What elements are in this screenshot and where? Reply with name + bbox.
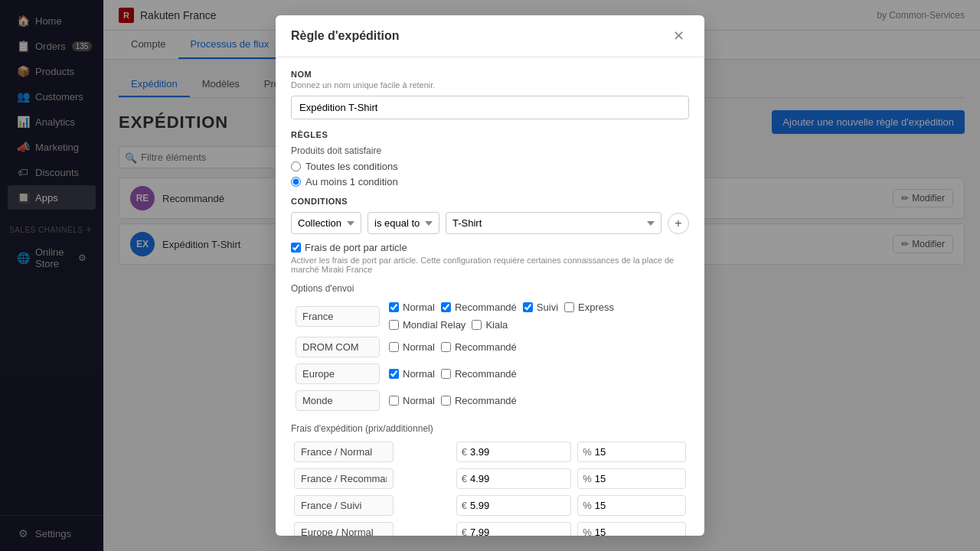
- conditions-row: Collection is equal to T-Shirt +: [291, 212, 689, 234]
- frais-pct-input[interactable]: [595, 469, 641, 488]
- zone-option-recommandé[interactable]: Recommandé: [441, 302, 517, 313]
- zone-checkboxes: Normal Recommandé Suivi Express Mondial …: [389, 302, 684, 331]
- frais-par-article-checkbox-row[interactable]: Frais de port par article: [291, 242, 689, 253]
- frais-euro-input[interactable]: [470, 442, 524, 461]
- zone-option-mondial-relay[interactable]: Mondial Relay: [389, 319, 466, 331]
- zone-option-normal[interactable]: Normal: [389, 395, 435, 406]
- frais-zone-input[interactable]: [294, 468, 394, 489]
- frais-table: € % € % €: [291, 439, 689, 536]
- modal-close-button[interactable]: ✕: [668, 28, 689, 44]
- frais-euro-input[interactable]: [470, 523, 524, 536]
- zone-option-normal[interactable]: Normal: [389, 341, 435, 353]
- frais-euro-wrap: €: [456, 468, 571, 489]
- nom-input[interactable]: [291, 96, 689, 119]
- zone-option-label: Recommandé: [455, 302, 517, 313]
- frais-par-article-label: Frais de port par article: [305, 242, 407, 253]
- modal-body: NOM Donnez un nom unique facile à reteni…: [276, 57, 704, 536]
- zone-checkboxes: Normal Recommandé: [389, 341, 684, 353]
- zone-option-label: Mondial Relay: [403, 319, 466, 331]
- frais-par-article-checkbox[interactable]: [291, 243, 301, 253]
- euro-symbol: €: [462, 446, 467, 458]
- frais-pct-wrap: %: [577, 442, 686, 462]
- zone-option-recommandé[interactable]: Recommandé: [441, 395, 517, 406]
- modal-header: Règle d'expédition ✕: [276, 15, 704, 57]
- frais-par-article-section: Frais de port par article Activer les fr…: [291, 242, 689, 274]
- zone-option-recommandé[interactable]: Recommandé: [441, 341, 517, 353]
- frais-label: Frais d'expédition (prix/additionnel): [291, 423, 689, 434]
- zone-option-normal[interactable]: Normal: [389, 302, 435, 313]
- zone-option-label: Suivi: [537, 302, 558, 313]
- frais-par-article-hint: Activer les frais de port par article. C…: [291, 256, 689, 274]
- zone-option-label: Express: [578, 302, 614, 313]
- zone-label: Monde: [296, 390, 380, 411]
- frais-zone-input[interactable]: [294, 495, 394, 516]
- condition-select-col2[interactable]: is equal to: [368, 212, 439, 234]
- frais-euro-wrap: €: [456, 442, 571, 462]
- zone-option-label: Recommandé: [455, 368, 517, 380]
- zone-checkboxes: Normal Recommandé: [389, 368, 684, 380]
- zone-option-suivi[interactable]: Suivi: [523, 302, 558, 313]
- options-envoi-section: Options d'envoi France Normal Recommandé…: [291, 283, 689, 414]
- zone-label: DROM COM: [296, 337, 380, 357]
- radio-toutes-label: Toutes les conditions: [305, 161, 398, 172]
- zone-option-express[interactable]: Express: [564, 302, 614, 313]
- frais-zone-input[interactable]: [294, 522, 394, 536]
- pct-symbol: %: [583, 446, 592, 458]
- zone-checkboxes: Normal Recommandé: [389, 395, 684, 406]
- options-envoi-table: France Normal Recommandé Suivi Express M…: [291, 298, 689, 414]
- options-envoi-label: Options d'envoi: [291, 283, 689, 294]
- zone-option-label: Recommandé: [455, 395, 517, 406]
- produits-label: Produits doit satisfaire: [291, 145, 689, 156]
- modal-title: Règle d'expédition: [291, 29, 400, 43]
- pct-symbol: %: [583, 500, 592, 511]
- frais-pct-wrap: %: [577, 495, 686, 516]
- frais-pct-input[interactable]: [595, 523, 641, 536]
- frais-euro-wrap: €: [456, 522, 571, 536]
- zone-option-recommandé[interactable]: Recommandé: [441, 368, 517, 380]
- euro-symbol: €: [462, 527, 467, 536]
- zone-option-label: Normal: [403, 302, 435, 313]
- zone-option-kiala[interactable]: Kiala: [472, 319, 508, 331]
- pct-symbol: %: [583, 473, 592, 484]
- frais-euro-wrap: €: [456, 495, 571, 516]
- frais-euro-input[interactable]: [470, 469, 524, 488]
- frais-pct-input[interactable]: [595, 442, 641, 461]
- zone-option-label: Recommandé: [455, 341, 517, 353]
- modal-regle-expedition: Règle d'expédition ✕ NOM Donnez un nom u…: [276, 15, 704, 536]
- condition-select-col1[interactable]: Collection: [291, 212, 361, 234]
- condition-select-col3[interactable]: T-Shirt: [446, 212, 662, 234]
- frais-pct-wrap: %: [577, 522, 686, 536]
- frais-zone-input[interactable]: [294, 442, 394, 462]
- zone-label: Europe: [296, 364, 380, 384]
- radio-aumoins-label: Au moins 1 condition: [305, 176, 398, 187]
- zone-option-label: Normal: [403, 395, 435, 406]
- frais-euro-input[interactable]: [470, 496, 524, 515]
- zone-option-normal[interactable]: Normal: [389, 368, 435, 380]
- radio-toutes-conditions[interactable]: Toutes les conditions: [291, 161, 689, 172]
- regles-label: RÈGLES: [291, 130, 689, 139]
- nom-hint: Donnez un nom unique facile à retenir.: [291, 80, 689, 90]
- radio-group-conditions: Toutes les conditions Au moins 1 conditi…: [291, 161, 689, 187]
- euro-symbol: €: [462, 473, 467, 484]
- zone-option-label: Normal: [403, 341, 435, 353]
- euro-symbol: €: [462, 500, 467, 511]
- add-condition-button[interactable]: +: [668, 213, 689, 234]
- zone-option-label: Normal: [403, 368, 435, 380]
- modal-overlay[interactable]: Règle d'expédition ✕ NOM Donnez un nom u…: [0, 0, 980, 551]
- pct-symbol: %: [583, 527, 592, 536]
- frais-pct-input[interactable]: [595, 496, 641, 515]
- frais-pct-wrap: %: [577, 468, 686, 489]
- conditions-label: CONDITIONS: [291, 197, 689, 206]
- zone-option-label: Kiala: [485, 319, 508, 331]
- nom-label: NOM: [291, 70, 689, 79]
- radio-aumoins-condition[interactable]: Au moins 1 condition: [291, 176, 689, 187]
- zone-label: France: [296, 306, 380, 327]
